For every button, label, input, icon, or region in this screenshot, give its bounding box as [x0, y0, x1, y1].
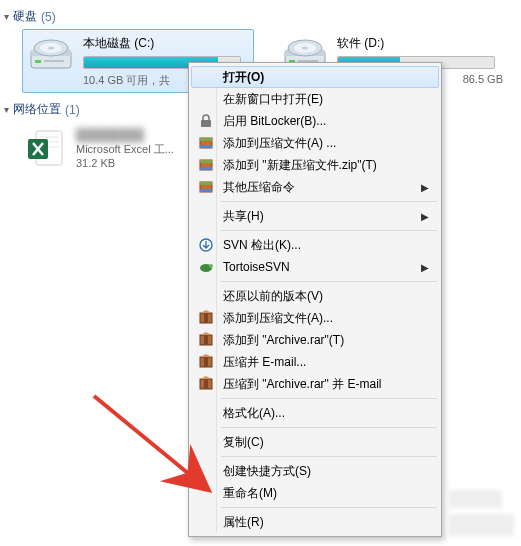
menu-separator	[221, 427, 437, 428]
svg-rect-21	[200, 138, 212, 141]
menu-separator	[221, 507, 437, 508]
menu-compress-rar-email[interactable]: 压缩到 "Archive.rar" 并 E-mail	[191, 373, 439, 395]
menu-label: TortoiseSVN	[223, 260, 290, 274]
menu-label: 重命名(M)	[223, 485, 277, 502]
menu-label: 在新窗口中打开(E)	[223, 91, 323, 108]
menu-separator	[221, 281, 437, 282]
svg-rect-3	[44, 60, 64, 62]
collapse-arrow-icon[interactable]: ▾	[4, 12, 9, 22]
menu-share[interactable]: 共享(H) ▶	[191, 205, 439, 227]
menu-label: 其他压缩命令	[223, 179, 295, 196]
menu-add-archive-2[interactable]: 添加到压缩文件(A)...	[191, 307, 439, 329]
menu-label: 启用 BitLocker(B)...	[223, 113, 326, 130]
menu-bitlocker[interactable]: 启用 BitLocker(B)...	[191, 110, 439, 132]
menu-label: 打开(O)	[223, 69, 264, 86]
menu-label: SVN 检出(K)...	[223, 237, 301, 254]
menu-label: 还原以前的版本(V)	[223, 288, 323, 305]
winrar-icon	[197, 353, 215, 371]
archive-icon	[197, 156, 215, 174]
context-menu: 打开(O) 在新窗口中打开(E) 启用 BitLocker(B)... 添加到压…	[188, 62, 442, 537]
winrar-icon	[197, 375, 215, 393]
svg-rect-19	[201, 120, 211, 127]
svg-point-31	[209, 264, 213, 268]
archive-icon	[197, 134, 215, 152]
svg-rect-2	[35, 60, 41, 63]
menu-add-to-rar[interactable]: 添加到 "Archive.rar"(T)	[191, 329, 439, 351]
menu-label: 添加到压缩文件(A) ...	[223, 135, 336, 152]
svg-rect-25	[200, 167, 212, 170]
file-name: ████████	[76, 128, 174, 142]
menu-label: 复制(C)	[223, 434, 264, 451]
svg-rect-22	[200, 145, 212, 148]
submenu-arrow-icon: ▶	[421, 182, 429, 193]
menu-properties[interactable]: 属性(R)	[191, 511, 439, 533]
group-title: 网络位置	[13, 101, 61, 118]
svg-rect-27	[200, 182, 212, 185]
menu-create-shortcut[interactable]: 创建快捷方式(S)	[191, 460, 439, 482]
bitlocker-icon	[197, 112, 215, 130]
svg-rect-24	[200, 160, 212, 163]
drive-name: 软件 (D:)	[337, 35, 503, 56]
svg-rect-39	[204, 379, 208, 389]
svg-point-13	[302, 47, 308, 50]
archive-icon	[197, 178, 215, 196]
blurred-region	[448, 490, 502, 508]
menu-label: 格式化(A)...	[223, 405, 285, 422]
svn-checkout-icon	[197, 236, 215, 254]
menu-label: 创建快捷方式(S)	[223, 463, 311, 480]
svg-rect-37	[204, 357, 208, 367]
svg-rect-33	[204, 313, 208, 323]
svg-rect-28	[200, 189, 212, 192]
menu-compress-email[interactable]: 压缩并 E-mail...	[191, 351, 439, 373]
excel-file-icon	[26, 128, 66, 168]
collapse-arrow-icon[interactable]: ▾	[4, 105, 9, 115]
menu-open[interactable]: 打开(O)	[191, 66, 439, 88]
svg-point-6	[48, 47, 54, 50]
group-header-drives[interactable]: ▾ 硬盘 (5)	[4, 6, 517, 29]
menu-add-to-zip[interactable]: 添加到 "新建压缩文件.zip"(T)	[191, 154, 439, 176]
file-size: 31.2 KB	[76, 157, 174, 169]
menu-copy[interactable]: 复制(C)	[191, 431, 439, 453]
menu-other-archive[interactable]: 其他压缩命令 ▶	[191, 176, 439, 198]
menu-previous-versions[interactable]: 还原以前的版本(V)	[191, 285, 439, 307]
submenu-arrow-icon: ▶	[421, 262, 429, 273]
menu-label: 共享(H)	[223, 208, 264, 225]
menu-label: 压缩到 "Archive.rar" 并 E-mail	[223, 376, 382, 393]
menu-rename[interactable]: 重命名(M)	[191, 482, 439, 504]
group-count: (1)	[65, 103, 80, 117]
menu-open-new-window[interactable]: 在新窗口中打开(E)	[191, 88, 439, 110]
file-type: Microsoft Excel 工...	[76, 142, 174, 157]
drive-name: 本地磁盘 (C:)	[83, 35, 249, 56]
winrar-icon	[197, 331, 215, 349]
menu-separator	[221, 201, 437, 202]
menu-format[interactable]: 格式化(A)...	[191, 402, 439, 424]
blurred-region	[448, 514, 514, 536]
menu-separator	[221, 456, 437, 457]
svg-rect-35	[204, 335, 208, 345]
submenu-arrow-icon: ▶	[421, 211, 429, 222]
menu-separator	[221, 398, 437, 399]
menu-svn-checkout[interactable]: SVN 检出(K)...	[191, 234, 439, 256]
group-title: 硬盘	[13, 8, 37, 25]
menu-add-archive[interactable]: 添加到压缩文件(A) ...	[191, 132, 439, 154]
tortoise-icon	[197, 258, 215, 276]
hard-drive-icon	[27, 34, 75, 78]
menu-label: 添加到 "Archive.rar"(T)	[223, 332, 344, 349]
winrar-icon	[197, 309, 215, 327]
menu-separator	[221, 230, 437, 231]
menu-label: 压缩并 E-mail...	[223, 354, 306, 371]
menu-label: 属性(R)	[223, 514, 264, 531]
group-count: (5)	[41, 10, 56, 24]
menu-tortoise-svn[interactable]: TortoiseSVN ▶	[191, 256, 439, 278]
file-text: ████████ Microsoft Excel 工... 31.2 KB	[76, 128, 174, 169]
menu-label: 添加到压缩文件(A)...	[223, 310, 333, 327]
menu-label: 添加到 "新建压缩文件.zip"(T)	[223, 157, 377, 174]
